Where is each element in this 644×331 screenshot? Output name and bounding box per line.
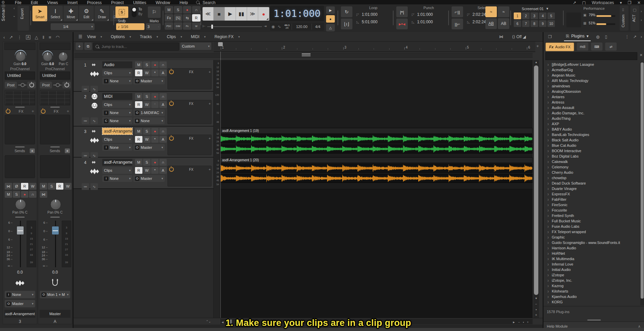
- expand-chevron-icon[interactable]: ›: [547, 294, 548, 299]
- track-output-dropdown[interactable]: OMaster▾: [133, 78, 165, 84]
- strip-pan-knob[interactable]: [50, 199, 61, 210]
- plugin-vendor-item[interactable]: ›Fretted Synth: [543, 213, 640, 218]
- controlbar-collapse[interactable]: ‹⌄: [12, 6, 16, 30]
- clip-group-2[interactable]: asdf-Arrangement 1 (20): [220, 157, 533, 163]
- track-read-button[interactable]: R: [135, 136, 142, 143]
- mix-fx[interactable]: Fx: [165, 14, 173, 22]
- notes-icon[interactable]: ▯: [605, 34, 607, 39]
- browser-grip-handle[interactable]: [587, 320, 601, 321]
- screenset-dropdown[interactable]: Screenset 01▾: [513, 6, 557, 11]
- pan-knob[interactable]: [58, 52, 68, 61]
- track-solo-button[interactable]: S: [143, 128, 151, 135]
- track-read-button[interactable]: R: [135, 167, 142, 174]
- playhead-marker[interactable]: [218, 42, 223, 46]
- filter-rewire[interactable]: ⇄: [605, 43, 617, 51]
- mix-sync[interactable]: [S]: [174, 14, 182, 22]
- gear-icon[interactable]: ◎: [1, 3, 5, 8]
- track-mute-button[interactable]: M: [135, 61, 142, 68]
- track-automation-button[interactable]: A: [159, 136, 167, 143]
- plugin-vendor-item[interactable]: ›AcmeBarGig: [543, 67, 640, 73]
- track-write-button[interactable]: W: [143, 101, 151, 108]
- plugin-search-input[interactable]: [545, 52, 637, 60]
- tool-edit[interactable]: ⚙Edit: [79, 6, 94, 21]
- sync-icon[interactable]: ◉: [271, 24, 275, 29]
- plugin-vendor-item[interactable]: ›Initial Audio: [543, 267, 640, 272]
- more-icon[interactable]: ⋮: [625, 34, 629, 39]
- add-fx-icon[interactable]: +: [209, 70, 211, 74]
- plugins-tab[interactable]: ⎘ Plugins ▾: [564, 32, 591, 41]
- add-send-button[interactable]: +: [30, 148, 35, 153]
- mix-phones[interactable]: ∩: [192, 6, 200, 13]
- expand-chevron-icon[interactable]: ›: [547, 245, 548, 251]
- time-signature[interactable]: 4/4: [312, 25, 324, 29]
- waveform-icon[interactable]: ∿: [277, 24, 281, 29]
- track-input-dropdown[interactable]: INone▾: [102, 175, 132, 182]
- jump-to-track-input[interactable]: [101, 44, 170, 49]
- track-name[interactable]: MIDI: [102, 93, 132, 100]
- timeline-ruler[interactable]: 123456: [214, 42, 535, 52]
- track-monitor-button[interactable]: ∩: [159, 61, 167, 68]
- track-input-dropdown[interactable]: INone▾: [102, 78, 132, 84]
- expand-chevron-icon[interactable]: ›: [547, 272, 548, 278]
- section-handle[interactable]: [15, 146, 25, 147]
- track-arm-button[interactable]: ●: [151, 61, 159, 68]
- track-mute-button[interactable]: M: [135, 93, 142, 100]
- edit-filter-dropdown[interactable]: Clips▾: [102, 101, 132, 108]
- loop-toggle-button[interactable]: ↻: [341, 6, 352, 17]
- expand-chevron-icon[interactable]: ›: [547, 94, 548, 100]
- tv-menu-region-fx[interactable]: Region FX▾: [214, 34, 240, 39]
- select-from-selection-button[interactable]: ꞁꞁ⌐: [452, 19, 463, 29]
- expand-chevron-icon[interactable]: ›: [547, 181, 548, 186]
- track-channel-dropdown[interactable]: CNone▾: [102, 117, 132, 124]
- prochannel-label[interactable]: ProChannel: [38, 67, 72, 71]
- track-solo-button[interactable]: S: [143, 61, 151, 68]
- collapse-panel-icon[interactable]: ›: [641, 34, 642, 39]
- plugin-vendor-item[interactable]: ›Black Salt Audio: [543, 137, 640, 143]
- export-module[interactable]: Export: [18, 6, 29, 31]
- post-button[interactable]: Post: [5, 82, 17, 88]
- track-lanes-icon[interactable]: ≔: [82, 117, 89, 124]
- filter-instruments[interactable]: ⌨: [591, 43, 602, 51]
- expand-chevron-icon[interactable]: ›: [547, 261, 548, 267]
- expand-chevron-icon[interactable]: ›: [547, 78, 548, 83]
- plugin-vendor-item[interactable]: ›FireSonic: [543, 202, 640, 208]
- plugin-vendor-item[interactable]: ›Cakewalk: [543, 159, 640, 164]
- tool-draw[interactable]: ✎Draw: [95, 6, 109, 21]
- screenset-8[interactable]: 8: [531, 20, 538, 27]
- clip-waveform-lane[interactable]: [220, 144, 533, 154]
- track-output-dropdown[interactable]: O1-MIDIFAC▾: [133, 109, 165, 116]
- vertical-zoom-in[interactable]: +: [533, 313, 539, 318]
- loop-end[interactable]: ◺5:01:000: [355, 18, 392, 26]
- plugin-vendor-item[interactable]: ›AudioThing: [543, 116, 640, 121]
- clip-waveform-lane[interactable]: [220, 164, 533, 173]
- folder-icon[interactable]: ❒: [548, 34, 552, 39]
- filter-midi-fx[interactable]: mdi: [577, 43, 588, 51]
- track-lane-1[interactable]: [220, 60, 533, 92]
- fx-power-icon[interactable]: [6, 109, 10, 114]
- ab-wave-b-button[interactable]: ≈: [498, 6, 509, 17]
- fx-power-icon[interactable]: [41, 109, 46, 114]
- plugin-vendor-item[interactable]: ›AXP: [543, 121, 640, 127]
- ab-wave-a-button[interactable]: ≈: [485, 6, 497, 17]
- expand-chevron-icon[interactable]: ›: [547, 299, 548, 305]
- strip-m-button[interactable]: M: [40, 183, 47, 190]
- plugin-vendor-item[interactable]: ›BandLab Technologies: [543, 132, 640, 137]
- back-icon[interactable]: ‹: [3, 35, 5, 40]
- fx-power-icon[interactable]: [169, 167, 174, 172]
- metronome-button[interactable]: △: [326, 24, 335, 31]
- play-indicator-button[interactable]: ▶: [326, 6, 335, 14]
- section-handle[interactable]: [15, 107, 25, 108]
- strip-interleave-button[interactable]: ⋈: [40, 191, 47, 198]
- expand-chevron-icon[interactable]: ›: [547, 159, 548, 164]
- expand-chevron-icon[interactable]: ›: [547, 100, 548, 105]
- strip-m-button[interactable]: M: [5, 191, 12, 198]
- section-handle[interactable]: [50, 107, 60, 108]
- plugin-vendor-item[interactable]: ›Guido Scognamiglio - www.SoundFonts.it: [543, 240, 640, 245]
- strip-phase-button[interactable]: Ø: [13, 183, 20, 190]
- add-fx-icon[interactable]: +: [209, 168, 211, 171]
- draw-resolution-dropdown[interactable]: 1/4▾: [51, 23, 95, 30]
- screenset-3[interactable]: 3: [531, 12, 538, 19]
- expand-chevron-icon[interactable]: ›: [547, 137, 548, 143]
- plugin-vendor-item[interactable]: ›Boz Digital Labs: [543, 154, 640, 159]
- plugin-vendor-item[interactable]: ›Kilohearts: [543, 288, 640, 294]
